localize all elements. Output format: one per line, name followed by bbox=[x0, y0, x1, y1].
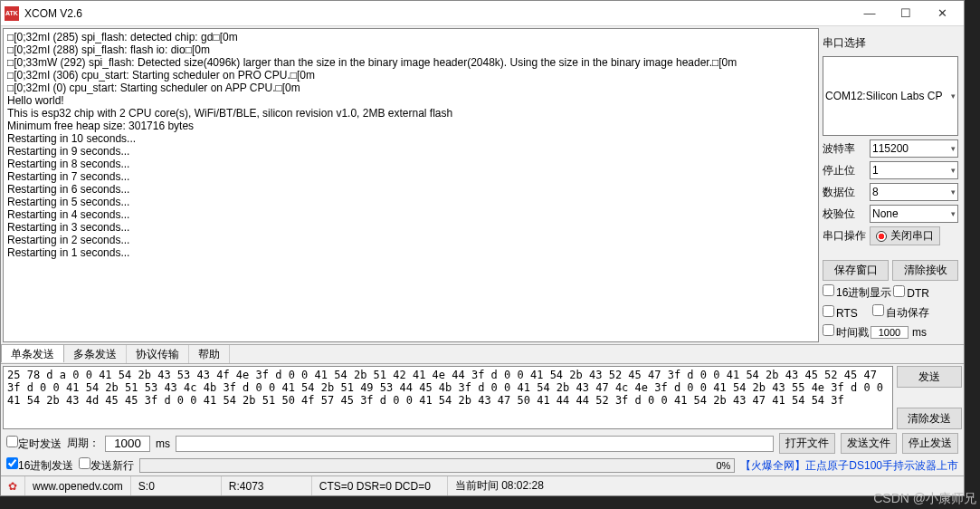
tab-protocol[interactable]: 协议传输 bbox=[127, 345, 189, 363]
chevron-down-icon: ▾ bbox=[951, 166, 956, 175]
log-line: Minimum free heap size: 301716 bytes bbox=[7, 120, 814, 132]
progress-bar: 0% bbox=[139, 458, 735, 473]
chevron-down-icon: ▾ bbox=[951, 144, 956, 153]
databits-combo[interactable]: 8▾ bbox=[870, 183, 958, 201]
save-window-button[interactable]: 保存窗口 bbox=[823, 260, 889, 281]
tab-help[interactable]: 帮助 bbox=[189, 345, 230, 363]
ms-label: ms bbox=[912, 326, 927, 339]
send-button[interactable]: 发送 bbox=[897, 366, 962, 388]
log-line: Restarting in 9 seconds... bbox=[7, 145, 814, 158]
app-icon: ATK bbox=[5, 6, 19, 21]
maximize-button[interactable]: ☐ bbox=[888, 1, 924, 26]
port-toggle-button[interactable]: 关闭串口 bbox=[870, 226, 940, 245]
ms-label: ms bbox=[156, 437, 170, 450]
send-newline-checkbox[interactable]: 发送新行 bbox=[79, 457, 134, 474]
parity-combo[interactable]: None▾ bbox=[870, 205, 958, 223]
hex-send-checkbox[interactable]: 16进制发送 bbox=[6, 457, 73, 474]
status-received: R:4073 bbox=[222, 476, 312, 495]
hex-display-checkbox[interactable]: 16进制显示 bbox=[823, 284, 891, 301]
stopbits-combo[interactable]: 1▾ bbox=[870, 161, 958, 179]
log-line: Restarting in 5 seconds... bbox=[7, 196, 814, 208]
record-icon bbox=[876, 231, 887, 242]
port-select-title: 串口选择 bbox=[823, 35, 958, 51]
period-label: 周期： bbox=[67, 436, 100, 451]
port-combo[interactable]: COM12:Silicon Labs CP▾ bbox=[823, 56, 958, 136]
log-line: □[0;32mI (288) spi_flash: flash io: dio□… bbox=[7, 43, 814, 56]
log-line: Restarting in 4 seconds... bbox=[7, 208, 814, 221]
window-title: XCOM V2.6 bbox=[24, 7, 852, 20]
log-line: Restarting in 10 seconds... bbox=[7, 132, 814, 145]
rts-checkbox[interactable]: RTS bbox=[823, 305, 858, 320]
stop-label: 停止位 bbox=[823, 163, 866, 178]
period-input[interactable] bbox=[105, 436, 150, 452]
log-line: Restarting in 7 seconds... bbox=[7, 170, 814, 183]
clear-receive-button[interactable]: 清除接收 bbox=[892, 260, 958, 281]
log-line: Restarting in 2 seconds... bbox=[7, 234, 814, 246]
timestamp-checkbox[interactable]: 时间戳 bbox=[823, 324, 869, 341]
promo-link[interactable]: 【火爆全网】正点原子DS100手持示波器上市 bbox=[740, 458, 958, 474]
log-line: □[0;32mI (306) cpu_start: Starting sched… bbox=[7, 69, 814, 82]
send-tabs: 单条发送 多条发送 协议传输 帮助 bbox=[1, 344, 964, 364]
tab-single-send[interactable]: 单条发送 bbox=[1, 344, 64, 362]
log-line: □[0;32mI (0) cpu_start: Starting schedul… bbox=[7, 82, 814, 94]
close-button[interactable]: ✕ bbox=[924, 1, 960, 26]
tab-multi-send[interactable]: 多条发送 bbox=[64, 345, 127, 363]
status-url[interactable]: www.openedv.com bbox=[25, 476, 131, 495]
open-file-button[interactable]: 打开文件 bbox=[779, 433, 835, 454]
log-line: Restarting in 1 seconds... bbox=[7, 246, 814, 259]
dtr-checkbox[interactable]: DTR bbox=[893, 285, 929, 300]
side-panel: 串口选择 COM12:Silicon Labs CP▾ 波特率115200▾ 停… bbox=[821, 26, 964, 344]
baud-combo[interactable]: 115200▾ bbox=[870, 139, 958, 158]
chevron-down-icon: ▾ bbox=[951, 91, 956, 101]
send-input[interactable] bbox=[3, 366, 893, 429]
chevron-down-icon: ▾ bbox=[951, 187, 956, 197]
portop-label: 串口操作 bbox=[823, 228, 866, 244]
chevron-down-icon: ▾ bbox=[951, 209, 956, 218]
log-line: Restarting in 6 seconds... bbox=[7, 183, 814, 196]
autosave-checkbox[interactable]: 自动保存 bbox=[872, 304, 929, 321]
log-line: □[0;32mI (285) spi_flash: detected chip:… bbox=[7, 31, 814, 43]
receive-log[interactable]: □[0;32mI (285) spi_flash: detected chip:… bbox=[3, 28, 819, 342]
data-label: 数据位 bbox=[823, 185, 866, 200]
clear-send-button[interactable]: 清除发送 bbox=[897, 408, 962, 429]
log-line: Hello world! bbox=[7, 94, 814, 107]
status-bar: ✿ www.openedv.com S:0 R:4073 CTS=0 DSR=0… bbox=[1, 475, 964, 495]
titlebar: ATK XCOM V2.6 — ☐ ✕ bbox=[1, 1, 964, 26]
status-sent: S:0 bbox=[131, 476, 222, 495]
stop-send-button[interactable]: 停止发送 bbox=[902, 433, 958, 454]
log-line: Restarting in 3 seconds... bbox=[7, 221, 814, 234]
file-path-input[interactable] bbox=[176, 436, 774, 452]
parity-label: 校验位 bbox=[823, 206, 866, 222]
log-line: Restarting in 8 seconds... bbox=[7, 158, 814, 170]
send-file-button[interactable]: 发送文件 bbox=[841, 433, 897, 454]
log-line: This is esp32 chip with 2 CPU core(s), W… bbox=[7, 107, 814, 120]
watermark: CSDN @小康师兄 bbox=[873, 491, 976, 507]
timestamp-interval-input[interactable] bbox=[871, 326, 909, 339]
status-flags: CTS=0 DSR=0 DCD=0 bbox=[312, 476, 448, 495]
minimize-button[interactable]: — bbox=[852, 1, 888, 26]
gear-icon[interactable]: ✿ bbox=[1, 476, 25, 495]
baud-label: 波特率 bbox=[823, 141, 866, 157]
log-line: □[0;33mW (292) spi_flash: Detected size(… bbox=[7, 56, 814, 69]
timed-send-checkbox[interactable]: 定时发送 bbox=[6, 436, 62, 452]
